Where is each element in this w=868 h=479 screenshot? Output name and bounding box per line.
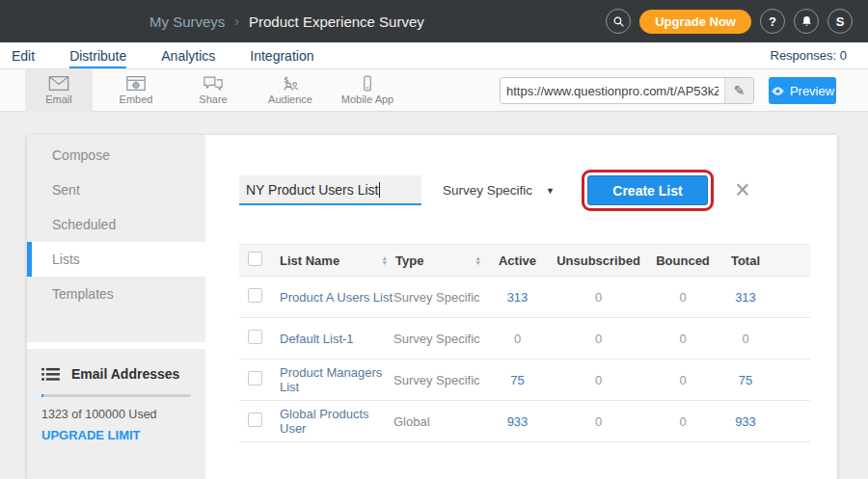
bounced-count: 0 [649,359,717,401]
row-checkbox[interactable] [248,330,262,344]
search-button[interactable] [606,9,631,34]
row-checkbox[interactable] [248,371,262,386]
audience-icon: $ [280,75,301,92]
sort-icon[interactable]: ▲▼ [475,255,481,265]
header-actions: Upgrade Now ? S [606,0,853,42]
email-lists-card: Compose Sent Scheduled Lists Templates E… [27,135,837,479]
sidebar-item-lists[interactable]: Lists [27,242,205,277]
survey-subnav: Edit Distribute Analytics Integration Re… [0,42,868,69]
edit-url-button[interactable]: ✎ [724,78,753,103]
channel-audience-label: Audience [268,93,312,105]
pencil-icon: ✎ [734,83,746,98]
table-header-row: List Name▲▼ Type▲▼ Active Unsubscribed B… [239,245,810,277]
channel-email[interactable]: Email [25,69,93,112]
list-type-cell: Survey Specific [393,359,487,401]
email-sidebar-nav: Compose Sent Scheduled Lists Templates [27,135,205,311]
column-unsubscribed: Unsubscribed [548,245,649,277]
unsubscribed-count: 0 [548,277,649,318]
list-name-link[interactable]: Default List-1 [280,332,354,346]
sidebar-divider [27,342,205,349]
eye-icon [771,86,785,96]
sidebar-item-sent[interactable]: Sent [27,173,205,207]
bounced-count: 0 [649,401,717,442]
row-checkbox[interactable] [248,412,262,427]
mobile-app-icon [357,75,378,92]
lists-content: NY Product Users List Survey Specific ▼ … [205,135,837,479]
close-icon[interactable]: × [735,177,750,203]
list-name-link[interactable]: Product A Users List [280,290,393,305]
upgrade-limit-link[interactable]: UPGRADE LIMIT [41,428,141,442]
survey-url-field: ✎ [500,77,754,104]
annotation-highlight-ring: Create List [582,170,714,211]
embed-icon [125,75,147,92]
channel-share[interactable]: Share [179,69,247,112]
active-count[interactable]: 75 [487,359,548,401]
bounced-count: 0 [649,318,717,359]
email-addresses-title: Email Addresses [71,366,179,382]
list-name-link[interactable]: Product Managers List [280,365,382,394]
sidebar-item-compose[interactable]: Compose [27,138,205,173]
active-count[interactable]: 933 [487,401,548,442]
list-type-cell: Global [393,401,487,442]
breadcrumb-my-surveys[interactable]: My Surveys [149,13,225,30]
active-count[interactable]: 313 [487,277,548,318]
table-row: Product A Users List Survey Specific 313… [239,277,810,318]
responses-count[interactable]: Responses: 0 [771,48,848,63]
create-list-form: NY Product Users List Survey Specific ▼ … [239,170,750,211]
channel-mobile-app[interactable]: Mobile App [334,69,401,112]
channel-audience[interactable]: $ Audience [257,69,324,112]
table-row: Global Products User Global 933 0 0 933 [239,401,810,442]
list-name-value: NY Product Users List [246,182,378,198]
sidebar-item-scheduled[interactable]: Scheduled [27,207,205,242]
text-cursor [379,182,380,198]
channel-email-label: Email [45,93,72,105]
usage-text: 1323 of 100000 Used [41,408,191,421]
usage-progress-bar [41,394,191,397]
breadcrumb-separator: › [234,13,239,29]
list-type-value: Survey Specific [443,183,532,198]
email-sidebar: Compose Sent Scheduled Lists Templates E… [27,135,205,479]
column-list-name: List Name [280,253,339,268]
total-count[interactable]: 933 [717,401,774,442]
list-type-select[interactable]: Survey Specific ▼ [443,183,555,198]
email-addresses-panel: Email Addresses 1323 of 100000 Used UPGR… [27,349,205,479]
email-icon [48,75,69,92]
tab-distribute[interactable]: Distribute [69,42,126,68]
usage-progress-fill [41,394,43,397]
column-total: Total [717,245,774,277]
column-bounced: Bounced [649,245,717,277]
channel-embed-label: Embed [120,93,153,105]
table-row: Default List-1 Survey Specific 0 0 0 0 [239,318,810,359]
sidebar-item-templates[interactable]: Templates [27,277,205,311]
total-count: 0 [717,318,774,359]
select-all-checkbox[interactable] [248,252,262,266]
avatar-initial: S [836,14,845,29]
create-list-button[interactable]: Create List [587,175,708,205]
channel-embed[interactable]: Embed [102,69,170,112]
notifications-button[interactable] [794,9,819,34]
list-name-link[interactable]: Global Products User [280,407,369,436]
avatar[interactable]: S [827,9,853,34]
question-mark-icon: ? [769,14,776,29]
subnav-tabs: Edit Distribute Analytics Integration [0,42,313,68]
app-root: My Surveys › Product Experience Survey U… [0,0,868,479]
list-type-cell: Survey Specific [393,277,487,318]
upgrade-now-button[interactable]: Upgrade Now [639,10,751,34]
list-icon [41,367,60,382]
row-checkbox[interactable] [248,288,262,303]
survey-url-input[interactable] [501,78,724,103]
tab-integration[interactable]: Integration [250,42,313,68]
help-button[interactable]: ? [760,9,785,34]
list-name-input[interactable]: NY Product Users List [239,175,421,205]
tab-edit[interactable]: Edit [12,42,35,68]
preview-button[interactable]: Preview [769,77,836,104]
tab-analytics[interactable]: Analytics [161,42,215,68]
active-count: 0 [487,318,548,359]
total-count[interactable]: 313 [717,277,774,318]
sort-icon[interactable]: ▲▼ [382,255,388,265]
breadcrumb: My Surveys › Product Experience Survey [149,0,424,42]
total-count[interactable]: 75 [717,359,774,401]
distribute-toolbar: Email Embed Share $ Audience Mobile App … [0,69,868,112]
column-active: Active [487,245,548,277]
lists-table: List Name▲▼ Type▲▼ Active Unsubscribed B… [239,244,810,442]
